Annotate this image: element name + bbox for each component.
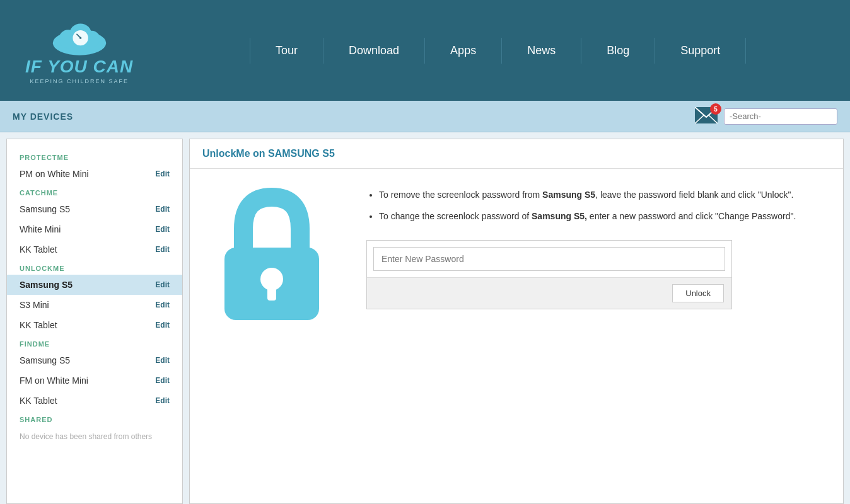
- sidebar-item-unlockme-kk[interactable]: KK Tablet Edit: [7, 315, 182, 335]
- unlock-button[interactable]: Unlock: [672, 284, 724, 302]
- lock-icon: [215, 188, 329, 326]
- nav-download[interactable]: Download: [323, 38, 424, 64]
- password-form: Unlock: [366, 240, 732, 309]
- sidebar-item-label: Samsung S5: [20, 355, 70, 365]
- password-input-row: [367, 241, 731, 278]
- section-catchme: CATCHME: [7, 184, 182, 199]
- content-panel: UnlockMe on SAMSUNG S5: [189, 139, 844, 504]
- sidebar-edit-btn[interactable]: Edit: [155, 205, 170, 214]
- logo-text: IF YOU CAN: [25, 57, 133, 77]
- sidebar-edit-btn[interactable]: Edit: [155, 301, 170, 309]
- sidebar-item-label: KK Tablet: [20, 396, 57, 406]
- nav-news[interactable]: News: [501, 38, 581, 64]
- section-findme: FINDME: [7, 335, 182, 350]
- search-box[interactable]: [724, 108, 837, 125]
- sidebar-edit-btn[interactable]: Edit: [155, 321, 170, 329]
- logo-sub: KEEPING CHILDREN SAFE: [30, 78, 129, 84]
- svg-point-16: [262, 226, 282, 241]
- sidebar-item-findme-kk[interactable]: KK Tablet Edit: [7, 391, 182, 411]
- sidebar-edit-btn[interactable]: Edit: [155, 225, 170, 234]
- sidebar-item-label: S3 Mini: [20, 300, 49, 310]
- sidebar-item-catchme-kk[interactable]: KK Tablet Edit: [7, 239, 182, 260]
- main-nav: Tour Download Apps News Blog Support: [171, 38, 825, 64]
- logo: IF YOU CAN KEEPING CHILDREN SAFE: [25, 16, 133, 84]
- nav-support[interactable]: Support: [655, 38, 746, 64]
- sidebar-item-label: FM on White Mini: [20, 375, 88, 386]
- sidebar-item-findme-white-mini[interactable]: FM on White Mini Edit: [7, 370, 182, 391]
- sidebar-item-findme-samsung[interactable]: Samsung S5 Edit: [7, 350, 182, 370]
- sidebar: PROTECTME PM on White Mini Edit CATCHME …: [6, 139, 183, 504]
- content-title-prefix: UnlockMe on: [202, 148, 268, 159]
- password-btn-row: Unlock: [367, 278, 731, 309]
- section-protectme: PROTECTME: [7, 149, 182, 164]
- sidebar-item-label: KK Tablet: [20, 320, 57, 330]
- sidebar-item-label: Samsung S5: [20, 280, 73, 290]
- sidebar-item-catchme-samsung[interactable]: Samsung S5 Edit: [7, 199, 182, 219]
- sidebar-edit-btn[interactable]: Edit: [155, 245, 170, 254]
- sidebar-item-label: KK Tablet: [20, 244, 57, 255]
- content-title: UnlockMe on SAMSUNG S5: [190, 139, 843, 169]
- main-content: PROTECTME PM on White Mini Edit CATCHME …: [0, 132, 850, 504]
- section-shared: SHARED: [7, 411, 182, 426]
- sidebar-item-label: PM on White Mini: [20, 169, 89, 179]
- sidebar-edit-btn[interactable]: Edit: [155, 356, 170, 365]
- lock-icon-area: [202, 188, 341, 326]
- nav-tour[interactable]: Tour: [250, 38, 323, 64]
- sidebar-edit-btn[interactable]: Edit: [155, 280, 170, 289]
- my-devices-label: MY DEVICES: [13, 112, 73, 122]
- instruction-2: To change the screenlock password of Sam…: [379, 209, 830, 224]
- shared-note: No device has been shared from others: [7, 426, 182, 447]
- sidebar-item-unlockme-samsung[interactable]: Samsung S5 Edit: [7, 275, 182, 295]
- instructions-area: To remove the screenlock password from S…: [366, 188, 830, 309]
- svg-point-6: [79, 37, 81, 39]
- sidebar-edit-btn[interactable]: Edit: [155, 396, 170, 405]
- sub-header-right: 5: [695, 107, 837, 125]
- sidebar-edit-btn[interactable]: Edit: [155, 169, 170, 178]
- sidebar-edit-btn[interactable]: Edit: [155, 376, 170, 385]
- section-unlockme: UNLOCKME: [7, 260, 182, 275]
- search-input[interactable]: [730, 112, 835, 121]
- sidebar-item-pm-white-mini[interactable]: PM on White Mini Edit: [7, 164, 182, 184]
- svg-rect-14: [267, 285, 276, 301]
- sub-header: MY DEVICES 5: [0, 101, 850, 132]
- header: IF YOU CAN KEEPING CHILDREN SAFE Tour Do…: [0, 0, 850, 101]
- content-title-device: SAMSUNG S5: [268, 148, 335, 159]
- sidebar-item-label: White Mini: [20, 224, 61, 234]
- content-body: To remove the screenlock password from S…: [190, 169, 843, 345]
- mail-button[interactable]: 5: [695, 107, 718, 125]
- instruction-list: To remove the screenlock password from S…: [366, 188, 830, 224]
- sidebar-item-label: Samsung S5: [20, 204, 70, 214]
- logo-icon: [48, 16, 111, 57]
- sidebar-item-catchme-white-mini[interactable]: White Mini Edit: [7, 219, 182, 239]
- password-input[interactable]: [373, 247, 725, 271]
- nav-blog[interactable]: Blog: [581, 38, 655, 64]
- nav-apps[interactable]: Apps: [424, 38, 501, 64]
- mail-badge: 5: [710, 103, 721, 115]
- instruction-1: To remove the screenlock password from S…: [379, 188, 830, 203]
- sidebar-item-unlockme-s3mini[interactable]: S3 Mini Edit: [7, 295, 182, 315]
